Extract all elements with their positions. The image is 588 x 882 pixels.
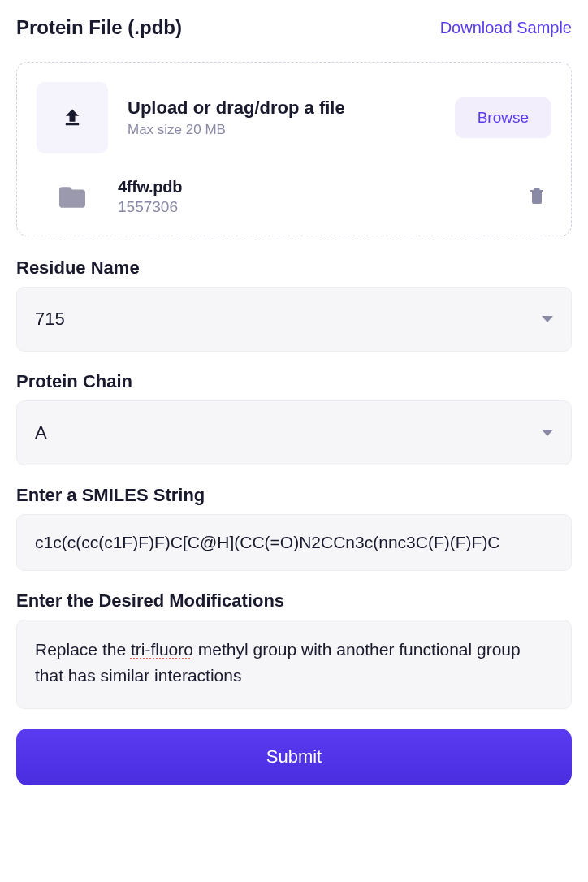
residue-name-select[interactable]: 715 (16, 287, 572, 352)
uploaded-file-row: 4ffw.pdb 1557306 (37, 178, 551, 216)
spellcheck-underline: tri-fluoro (131, 640, 193, 659)
chevron-down-icon (542, 316, 553, 322)
chevron-down-icon (542, 430, 553, 436)
trash-icon (527, 184, 547, 207)
delete-file-button[interactable] (522, 179, 551, 214)
protein-chain-select[interactable]: A (16, 400, 572, 465)
modifications-label: Enter the Desired Modifications (16, 590, 572, 612)
modifications-input[interactable]: Replace the tri-fluoro methyl group with… (16, 620, 572, 709)
upload-icon (37, 82, 108, 153)
file-size: 1557306 (118, 198, 503, 216)
smiles-input[interactable]: c1c(c(cc(c1F)F)F)C[C@H](CC(=O)N2CCn3c(nn… (16, 514, 572, 571)
protein-chain-value: A (35, 422, 47, 443)
file-name: 4ffw.pdb (118, 178, 503, 197)
upload-dropzone[interactable]: Upload or drag/drop a file Max size 20 M… (16, 62, 572, 236)
upload-title: Upload or drag/drop a file (128, 97, 435, 119)
browse-button[interactable]: Browse (455, 97, 551, 138)
smiles-label: Enter a SMILES String (16, 485, 572, 506)
download-sample-link[interactable]: Download Sample (440, 19, 572, 37)
protein-chain-label: Protein Chain (16, 371, 572, 392)
page-title: Protein File (.pdb) (16, 16, 182, 39)
residue-name-label: Residue Name (16, 257, 572, 279)
submit-button[interactable]: Submit (16, 729, 572, 785)
residue-name-value: 715 (35, 309, 65, 330)
upload-subtitle: Max size 20 MB (128, 122, 435, 138)
folder-icon (46, 184, 98, 210)
